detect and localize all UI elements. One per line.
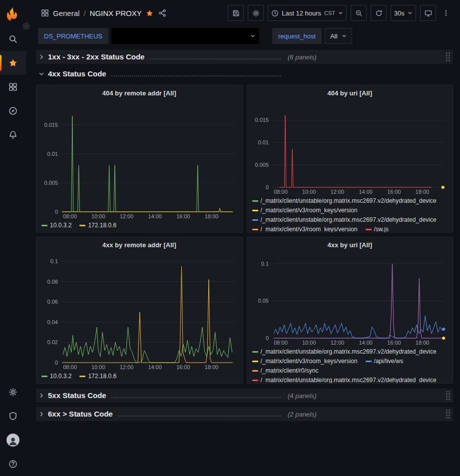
svg-text:0.1: 0.1	[261, 261, 268, 267]
series-swatch-icon	[41, 225, 47, 226]
sidebar-top-nav	[0, 27, 26, 147]
row-4xx[interactable]: 4xx Status Code	[36, 67, 453, 81]
series-swatch-icon	[252, 380, 258, 381]
svg-text:12:00: 12:00	[330, 340, 344, 346]
timeseries-chart[interactable]: 00.050.108:0010:0012:0014:0016:0018:00	[250, 252, 450, 346]
legend-item[interactable]: /_matrix/client/v3/room_keys/version	[252, 357, 358, 366]
zoom-out-icon	[355, 9, 363, 17]
favorite-star-icon[interactable]	[146, 9, 153, 17]
apps-grid-icon	[41, 9, 49, 17]
legend-item[interactable]: /sw.js	[366, 225, 389, 232]
variable-label-request-host[interactable]: request_host	[272, 28, 322, 44]
panel-title[interactable]: 4xx by uri [All]	[247, 237, 453, 252]
main-area: General / NGINX PROXY L	[26, 0, 460, 476]
dashboard-title[interactable]: NGINX PROXY	[90, 9, 142, 17]
sidebar-item-configuration[interactable]	[0, 380, 26, 404]
variable-label-datasource[interactable]: DS_PROMETHEUS	[38, 28, 108, 44]
sidebar-item-starred[interactable]	[0, 51, 26, 75]
svg-text:0.01: 0.01	[258, 139, 268, 145]
row-panel-count: (4 panels)	[288, 392, 317, 400]
time-range-picker[interactable]: Last 12 hours CST	[268, 5, 347, 21]
svg-text:0.01: 0.01	[47, 151, 58, 157]
chart-legend: /_matrix/client/unstable/org.matrix.msc2…	[247, 346, 453, 383]
panel-title[interactable]: 404 by remote addr [All]	[36, 85, 242, 100]
timeseries-chart[interactable]: 00.0050.010.01508:0010:0012:0014:0016:00…	[39, 100, 239, 220]
chevron-right-icon	[39, 54, 44, 59]
breadcrumb-folder[interactable]: General	[53, 9, 79, 17]
sidebar-item-help[interactable]	[0, 452, 26, 476]
row-dotted-leader	[111, 393, 281, 398]
legend-item[interactable]: /_matrix/client/unstable/org.matrix.msc2…	[252, 215, 437, 225]
series-swatch-icon	[41, 376, 47, 377]
series-swatch-icon	[252, 351, 258, 353]
legend-item[interactable]: 172.18.0.6	[79, 221, 116, 230]
sidebar-item-server-admin[interactable]	[0, 404, 26, 428]
row-drag-handle-icon[interactable]	[446, 52, 450, 61]
sidebar-item-explore[interactable]	[0, 99, 26, 123]
more-options-button[interactable]	[440, 5, 452, 21]
row-6xx[interactable]: 6xx > Status Code (2 panels)	[36, 407, 453, 421]
variable-datasource-value-dropdown[interactable]	[111, 28, 259, 44]
zoom-out-button[interactable]	[351, 5, 367, 21]
variable-request-host-dropdown[interactable]: All	[325, 28, 352, 44]
svg-text:10:00: 10:00	[91, 213, 105, 219]
chevron-right-icon	[39, 412, 44, 417]
caret-down-icon	[338, 10, 343, 15]
dashboard-settings-button[interactable]	[248, 5, 264, 21]
panel-title[interactable]: 4xx by remote addr [All]	[36, 237, 242, 252]
row-1xx-3xx-2xx[interactable]: 1xx - 3xx - 2xx Status Code (6 panels)	[36, 50, 453, 64]
sidebar-expand-button[interactable]	[22, 22, 30, 30]
chart-legend: 10.0.3.2172.18.0.6	[36, 371, 242, 383]
row-drag-handle-icon[interactable]	[446, 391, 450, 400]
legend-item[interactable]: /_matrix/client/unstable/org.matrix.msc2…	[252, 196, 437, 206]
svg-text:0.015: 0.015	[255, 117, 269, 123]
series-swatch-icon	[252, 370, 258, 372]
sidebar-item-profile[interactable]	[0, 428, 26, 452]
svg-text:0.08: 0.08	[47, 279, 58, 285]
legend-item[interactable]: /api/live/ws	[366, 357, 404, 366]
panel-title[interactable]: 404 by uri [All]	[247, 85, 453, 100]
sidebar-item-dashboards[interactable]	[0, 75, 26, 99]
svg-text:12:00: 12:00	[120, 213, 134, 219]
series-label: /_matrix/client/unstable/org.matrix.msc2…	[261, 196, 437, 206]
refresh-interval-picker[interactable]: 30s	[391, 5, 416, 21]
legend-item[interactable]: 172.18.0.6	[79, 372, 116, 381]
legend-item[interactable]: /_matrix/client/v3/room_keys/version	[252, 225, 358, 232]
timeseries-chart[interactable]: 00.0050.010.01508:0010:0012:0014:0016:00…	[250, 100, 450, 195]
svg-text:18:00: 18:00	[205, 364, 219, 370]
grafana-logo[interactable]	[4, 5, 21, 22]
series-label: /sw.js	[374, 225, 389, 232]
sidebar-item-alerting[interactable]	[0, 123, 26, 147]
sidebar	[0, 0, 26, 476]
series-swatch-icon	[252, 210, 258, 211]
series-swatch-icon	[252, 229, 258, 230]
svg-text:12:00: 12:00	[330, 189, 344, 195]
row-drag-handle-icon[interactable]	[446, 410, 450, 419]
legend-item[interactable]: /_matrix/client/unstable/org.matrix.msc2…	[252, 347, 437, 357]
share-icon[interactable]	[158, 9, 166, 17]
tv-mode-button[interactable]	[420, 5, 436, 21]
svg-text:18:00: 18:00	[205, 213, 219, 219]
series-label: 10.0.3.2	[50, 372, 71, 381]
clock-icon	[271, 9, 279, 17]
legend-item[interactable]: 10.0.3.2	[41, 221, 71, 230]
legend-item[interactable]: /_matrix/client/r0/sync	[252, 366, 319, 376]
legend-item[interactable]: /_matrix/client/unstable/org.matrix.msc2…	[252, 376, 437, 383]
row-5xx[interactable]: 5xx Status Code (4 panels)	[36, 389, 453, 403]
time-range-label: Last 12 hours	[282, 9, 321, 17]
help-circle-icon	[8, 460, 17, 469]
legend-item[interactable]: 10.0.3.2	[41, 372, 71, 381]
timeseries-chart[interactable]: 00.020.040.060.080.108:0010:0012:0014:00…	[39, 252, 239, 371]
series-label: 10.0.3.2	[50, 221, 71, 230]
sidebar-item-search[interactable]	[0, 27, 26, 51]
series-label: /_matrix/client/unstable/org.matrix.msc2…	[261, 376, 437, 383]
save-dashboard-button[interactable]	[228, 5, 244, 21]
refresh-button[interactable]	[371, 5, 387, 21]
shield-icon	[8, 412, 17, 421]
chevron-down-icon	[39, 71, 44, 76]
row-title: 6xx > Status Code	[48, 410, 113, 418]
sidebar-bottom-nav	[0, 380, 26, 476]
dashboards-grid-icon	[8, 82, 17, 91]
legend-item[interactable]: /_matrix/client/v3/room_keys/version	[252, 206, 358, 215]
panel-4xx-by-uri: 4xx by uri [All] 00.050.108:0010:0012:00…	[247, 237, 454, 384]
